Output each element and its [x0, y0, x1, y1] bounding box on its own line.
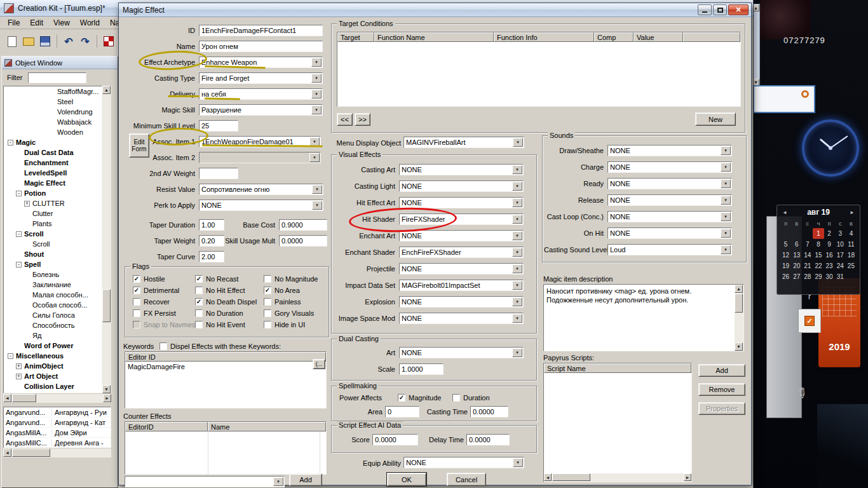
impact-data-set-dropdown[interactable]: MAGFirebolt01ImpactSet▼ [399, 280, 524, 291]
delay-time-input[interactable]: 0.0000 [466, 434, 510, 445]
new-condition-button[interactable]: New [695, 112, 736, 126]
comp-column-header[interactable]: Comp [594, 32, 634, 42]
perk-to-apply-dropdown[interactable]: NONE▼ [199, 200, 323, 211]
calendar-day[interactable]: 20 [791, 261, 802, 271]
calendar-day[interactable]: 4 [846, 228, 857, 239]
calendar-day[interactable]: 31 [835, 271, 846, 282]
add-button[interactable]: Add [698, 364, 745, 377]
tree-item-spell[interactable]: -Spell [4, 259, 102, 269]
calendar-day[interactable]: 17 [835, 250, 846, 261]
calendar-day[interactable]: 25 [846, 261, 857, 271]
casting-art-dropdown[interactable]: NONE▼ [399, 164, 524, 175]
tree-item-clutter[interactable]: +CLUTTER [4, 198, 102, 208]
minimize-button[interactable] [698, 4, 712, 15]
minimum-skill-level-input[interactable]: 25 [199, 120, 238, 132]
keywords-browse-button[interactable]: (... [313, 359, 325, 369]
detrimental-checkbox[interactable]: ✓ [133, 287, 140, 294]
add-counter-effect-button[interactable]: Add [289, 473, 322, 486]
scroll-left-icon[interactable]: ◄ [3, 394, 11, 402]
counter-effect-picker-dropdown[interactable]: ▼ [125, 476, 285, 487]
scrollbar-thumb[interactable] [552, 473, 590, 481]
tree-item-leveledspell[interactable]: LeveledSpell [4, 168, 102, 178]
tree-item-wooden[interactable]: Wooden [4, 127, 102, 137]
taper-duration-input[interactable]: 1.00 [199, 219, 224, 231]
list-row[interactable]: AngasMillC...Деревня Анга - [4, 438, 111, 448]
collapse-icon[interactable]: - [16, 262, 22, 268]
undo-icon[interactable]: ↶ [62, 34, 76, 48]
list-row[interactable]: Angarvund...Ангарвунд - Кат [4, 417, 111, 428]
dropdown-arrow-icon[interactable]: ▼ [721, 179, 731, 188]
calendar-day[interactable]: 11 [846, 239, 857, 250]
value-column-header[interactable]: Value [634, 32, 683, 42]
calendar-day[interactable]: 6 [791, 239, 802, 250]
dropdown-arrow-icon[interactable]: ▼ [512, 348, 522, 357]
tree-item-plants[interactable]: Plants [4, 219, 102, 229]
scroll-up-icon[interactable]: ▲ [102, 86, 111, 94]
dropdown-arrow-icon[interactable]: ▼ [311, 74, 322, 83]
scroll-left-icon[interactable]: ◄ [3, 449, 11, 457]
taper-weight-input[interactable]: 0.20 [199, 235, 224, 247]
ok-button[interactable]: OK [387, 473, 426, 486]
assoc-item-1-dropdown[interactable]: 1EnchWeaponFireDamage01▼ [199, 136, 321, 147]
dropdown-arrow-icon[interactable]: ▼ [512, 165, 522, 174]
on-hit-dropdown[interactable]: NONE▼ [607, 227, 732, 239]
menu-file[interactable]: File [3, 18, 25, 27]
collapse-icon[interactable]: - [16, 231, 22, 237]
dropdown-arrow-icon[interactable]: ▼ [721, 229, 731, 238]
ready-dropdown[interactable]: NONE▼ [607, 178, 732, 189]
2nd-av-weight-input[interactable] [199, 168, 238, 179]
scroll-up-icon[interactable]: ▲ [735, 285, 743, 293]
tree-item-scroll[interactable]: Scroll [4, 239, 102, 249]
calendar-day[interactable]: 2 [824, 228, 835, 239]
calendar-day[interactable]: 21 [802, 261, 813, 271]
tree-item-wabbajack[interactable]: Wabbajack [4, 117, 102, 127]
cast-loop-conc-dropdown[interactable]: NONE▼ [607, 211, 732, 222]
hit-effect-art-dropdown[interactable]: NONE▼ [399, 197, 524, 208]
duration-checkbox[interactable] [452, 394, 460, 402]
no-area-checkbox[interactable]: ✓ [264, 287, 271, 294]
tree-item-enchantment[interactable]: Enchantment [4, 158, 102, 168]
area-input[interactable]: 0 [385, 406, 419, 417]
properties-button[interactable]: Properties [698, 402, 745, 415]
description-textarea[interactable]: Наносит противнику <mag> ед. урона огнем… [543, 284, 744, 351]
close-button[interactable]: ✕ [728, 4, 749, 15]
collapse-icon[interactable]: - [8, 353, 13, 359]
calendar-day[interactable]: 8 [813, 239, 824, 250]
calendar-day[interactable]: 7 [802, 239, 813, 250]
scrollbar-thumb[interactable] [12, 449, 50, 457]
calendar-day[interactable]: 24 [835, 261, 846, 271]
dropdown-arrow-icon[interactable]: ▼ [512, 264, 522, 273]
calendar-day[interactable]: 14 [802, 250, 813, 261]
dropdown-arrow-icon[interactable]: ▼ [721, 245, 731, 254]
dropdown-arrow-icon[interactable]: ▼ [721, 212, 731, 221]
name-input[interactable]: Урон огнем [199, 41, 323, 52]
editor-id-column-header[interactable]: Editor ID [125, 352, 326, 362]
dropdown-arrow-icon[interactable]: ▼ [512, 215, 522, 224]
enchant-art-dropdown[interactable]: NONE▼ [399, 230, 524, 241]
dropdown-arrow-icon[interactable]: ▼ [309, 137, 320, 146]
expand-icon[interactable]: + [16, 374, 22, 379]
target-column-header[interactable]: Target [337, 32, 374, 42]
tree-item-steel[interactable]: Steel [4, 97, 102, 107]
collapse-icon[interactable]: - [8, 140, 13, 146]
orange-checkbox-icon[interactable]: ✓ [804, 316, 815, 326]
tree-item-силы-голоса[interactable]: Силы Голоса [4, 310, 102, 320]
menu-view[interactable]: View [48, 18, 75, 27]
tree-item-малая-способн[interactable]: Малая способн... [4, 290, 102, 300]
score-input[interactable]: 0.0000 [372, 434, 418, 445]
equip-ability-dropdown[interactable]: NONE ▼ [403, 457, 524, 468]
tree-horizontal-scrollbar[interactable]: ◄ ► [3, 394, 111, 403]
script-name-column-header[interactable]: Script Name [544, 363, 691, 373]
conditions-next-button[interactable]: >> [355, 113, 370, 126]
effect-archetype-dropdown[interactable]: Enhance Weapon▼ [199, 57, 323, 68]
calendar-day[interactable]: 18 [846, 250, 857, 261]
papyrus-horizontal-scrollbar[interactable]: ◄ ► [544, 473, 691, 482]
tree-item-способность[interactable]: Способность [4, 320, 102, 330]
calendar-day[interactable]: 23 [824, 261, 835, 271]
dropdown-arrow-icon[interactable]: ▼ [312, 185, 322, 194]
id-input[interactable]: 1EnchFireDamageFFContact1 [199, 25, 323, 36]
calendar-day[interactable]: 30 [824, 271, 835, 282]
menu-world[interactable]: World [75, 18, 105, 27]
casting-light-dropdown[interactable]: NONE▼ [399, 180, 524, 192]
release-dropdown[interactable]: NONE▼ [607, 194, 732, 206]
